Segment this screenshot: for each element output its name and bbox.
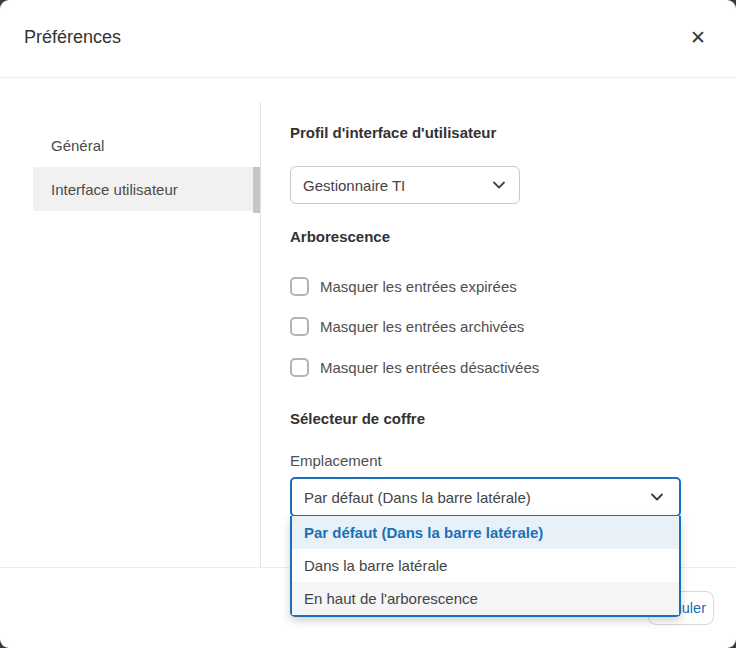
- chevron-down-icon: [649, 489, 665, 508]
- checkbox-row-hide-disabled[interactable]: Masquer les entrées désactivées: [290, 358, 539, 377]
- dropdown-option-label: Dans la barre latérale: [304, 557, 447, 574]
- ui-profile-select[interactable]: Gestionnaire TI: [290, 166, 520, 204]
- dialog-body: Général Interface utilisateur Annuler Pr…: [0, 78, 736, 648]
- preferences-dialog: Préférences ✕ Général Interface utilisat…: [0, 0, 736, 648]
- checkbox-hide-disabled[interactable]: [290, 358, 309, 377]
- settings-content: Profil d'interface d'utilisateur Gestion…: [290, 78, 681, 648]
- dropdown-option-label: Par défaut (Dans la barre latérale): [304, 524, 543, 541]
- close-button[interactable]: ✕: [682, 22, 714, 54]
- ui-profile-select-value: Gestionnaire TI: [303, 177, 405, 194]
- location-select-value: Par défaut (Dans la barre latérale): [304, 489, 531, 506]
- sidebar-item-label: Général: [51, 137, 104, 154]
- sidebar-item-label: Interface utilisateur: [51, 181, 178, 198]
- sidebar-divider: [260, 102, 261, 567]
- dropdown-option-default-sidebar[interactable]: Par défaut (Dans la barre latérale): [292, 516, 679, 549]
- checkbox-hide-expired[interactable]: [290, 277, 309, 296]
- location-field-label: Emplacement: [290, 451, 382, 470]
- dropdown-option-sidebar[interactable]: Dans la barre latérale: [292, 549, 679, 582]
- close-icon: ✕: [690, 27, 706, 48]
- checkbox-row-hide-expired[interactable]: Masquer les entrées expirées: [290, 277, 517, 296]
- checkbox-hide-archived[interactable]: [290, 317, 309, 336]
- checkbox-label: Masquer les entrées désactivées: [320, 359, 539, 376]
- profile-section-heading: Profil d'interface d'utilisateur: [290, 123, 496, 143]
- tree-section-heading: Arborescence: [290, 227, 390, 247]
- checkbox-row-hide-archived[interactable]: Masquer les entrées archivées: [290, 317, 524, 336]
- location-dropdown-list: Par défaut (Dans la barre latérale) Dans…: [290, 516, 681, 617]
- checkbox-label: Masquer les entrées expirées: [320, 278, 517, 295]
- vault-section-heading: Sélecteur de coffre: [290, 409, 425, 429]
- location-select[interactable]: Par défaut (Dans la barre latérale): [290, 477, 681, 517]
- dialog-header: Préférences ✕: [0, 0, 736, 78]
- sidebar-scrollbar-thumb[interactable]: [253, 167, 260, 213]
- checkbox-label: Masquer les entrées archivées: [320, 318, 524, 335]
- dropdown-option-top-of-tree[interactable]: En haut de l'arborescence: [292, 582, 679, 615]
- dropdown-option-label: En haut de l'arborescence: [304, 590, 478, 607]
- sidebar-item-general[interactable]: Général: [33, 123, 253, 167]
- sidebar-item-interface-utilisateur[interactable]: Interface utilisateur: [33, 167, 253, 211]
- dialog-title: Préférences: [24, 27, 121, 48]
- chevron-down-icon: [491, 177, 507, 196]
